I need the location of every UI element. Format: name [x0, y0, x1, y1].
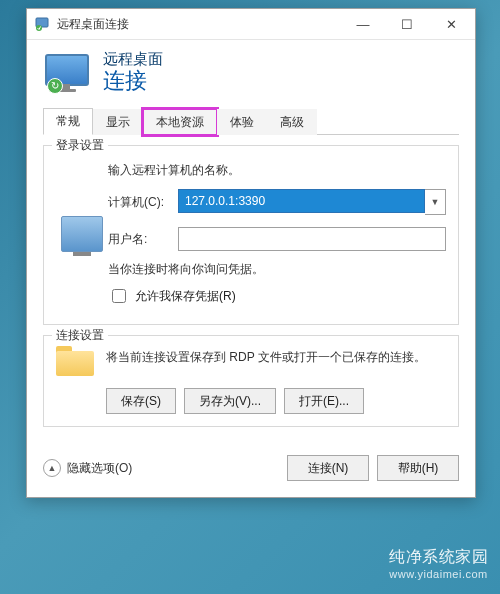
- save-credentials-label: 允许我保存凭据(R): [135, 288, 236, 305]
- computer-label: 计算机(C):: [108, 194, 178, 211]
- chevron-down-icon[interactable]: ▼: [425, 189, 446, 215]
- hide-options-toggle[interactable]: ▲ 隐藏选项(O): [43, 459, 279, 477]
- save-button[interactable]: 保存(S): [106, 388, 176, 414]
- header-subtitle: 连接: [103, 69, 163, 93]
- dialog-footer: ▲ 隐藏选项(O) 连接(N) 帮助(H): [27, 445, 475, 497]
- watermark-text: 纯净系统家园: [389, 548, 488, 565]
- conn-legend: 连接设置: [52, 327, 108, 344]
- computer-combo[interactable]: ▼: [178, 189, 446, 215]
- dialog-header: ↻ 远程桌面 连接: [27, 40, 475, 109]
- connect-button[interactable]: 连接(N): [287, 455, 369, 481]
- watermark: 纯净系统家园 www.yidaimei.com: [389, 547, 488, 580]
- login-prompt: 输入远程计算机的名称。: [108, 162, 446, 179]
- tab-display[interactable]: 显示: [93, 109, 143, 135]
- save-credentials-input[interactable]: [112, 289, 126, 303]
- tab-local-resources[interactable]: 本地资源: [143, 109, 217, 135]
- username-input[interactable]: [178, 227, 446, 251]
- rdc-icon: ↻: [45, 52, 89, 92]
- conn-text: 将当前连接设置保存到 RDP 文件或打开一个已保存的连接。: [106, 346, 446, 366]
- help-button[interactable]: 帮助(H): [377, 455, 459, 481]
- folder-icon: [56, 346, 94, 376]
- login-settings-group: 登录设置 输入远程计算机的名称。 计算机(C): ▼: [43, 145, 459, 325]
- open-button[interactable]: 打开(E)...: [284, 388, 364, 414]
- save-as-button[interactable]: 另存为(V)...: [184, 388, 276, 414]
- close-button[interactable]: ✕: [429, 10, 473, 38]
- window-title: 远程桌面连接: [57, 16, 341, 33]
- monitor-icon: [61, 216, 103, 252]
- watermark-url: www.yidaimei.com: [389, 568, 488, 580]
- tab-general[interactable]: 常规: [43, 108, 93, 135]
- username-label: 用户名:: [108, 231, 178, 248]
- tab-strip: 常规 显示 本地资源 体验 高级: [43, 109, 459, 135]
- credentials-note: 当你连接时将向你询问凭据。: [108, 261, 446, 278]
- computer-input[interactable]: [178, 189, 425, 213]
- login-legend: 登录设置: [52, 137, 108, 154]
- chevron-up-icon: ▲: [43, 459, 61, 477]
- maximize-button[interactable]: ☐: [385, 10, 429, 38]
- tab-advanced[interactable]: 高级: [267, 109, 317, 135]
- save-credentials-checkbox[interactable]: 允许我保存凭据(R): [108, 286, 446, 306]
- minimize-button[interactable]: ―: [341, 10, 385, 38]
- app-icon: [35, 16, 51, 32]
- header-title: 远程桌面: [103, 50, 163, 69]
- hide-options-label: 隐藏选项(O): [67, 460, 132, 477]
- tab-experience[interactable]: 体验: [217, 109, 267, 135]
- rdc-dialog: 远程桌面连接 ― ☐ ✕ ↻ 远程桌面 连接 常规 显示 本地资源 体验 高级 …: [26, 8, 476, 498]
- titlebar[interactable]: 远程桌面连接 ― ☐ ✕: [27, 9, 475, 40]
- connection-settings-group: 连接设置 将当前连接设置保存到 RDP 文件或打开一个已保存的连接。 保存(S)…: [43, 335, 459, 427]
